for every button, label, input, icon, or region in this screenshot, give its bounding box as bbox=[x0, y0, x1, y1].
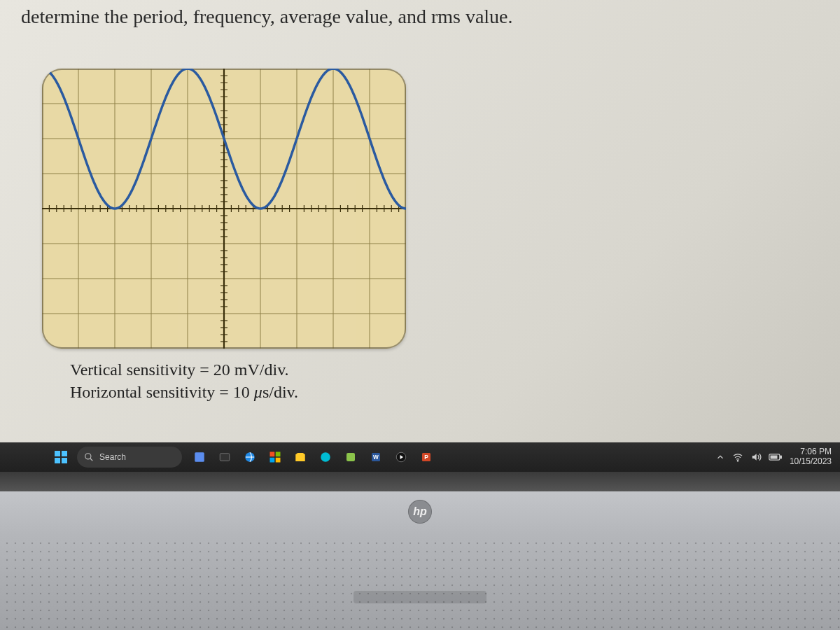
svg-text:P: P bbox=[424, 454, 428, 461]
keyboard-surface bbox=[0, 536, 840, 630]
svg-text:W: W bbox=[373, 454, 379, 461]
windows-taskbar: Search W P 7:06 PM 10/15/2023 bbox=[0, 442, 840, 472]
svg-rect-113 bbox=[770, 456, 777, 459]
svg-line-93 bbox=[90, 458, 93, 461]
svg-rect-102 bbox=[346, 453, 355, 461]
taskbar-app-5[interactable] bbox=[290, 447, 311, 468]
laptop-body: hp bbox=[0, 472, 840, 630]
taskbar-clock[interactable]: 7:06 PM 10/15/2023 bbox=[790, 447, 832, 467]
start-button[interactable] bbox=[49, 445, 73, 469]
search-placeholder: Search bbox=[99, 452, 126, 462]
taskbar-app-3[interactable] bbox=[239, 447, 260, 468]
battery-icon[interactable] bbox=[769, 453, 783, 461]
svg-rect-95 bbox=[220, 454, 230, 461]
chevron-up-icon[interactable] bbox=[715, 452, 725, 462]
svg-rect-94 bbox=[195, 452, 204, 462]
svg-point-92 bbox=[85, 454, 91, 459]
scope-caption: Vertical sensitivity = 20 mV/div. Horizo… bbox=[70, 358, 406, 404]
search-icon bbox=[84, 452, 94, 462]
taskbar-app-2[interactable] bbox=[214, 447, 235, 468]
svg-marker-110 bbox=[752, 454, 757, 460]
svg-point-101 bbox=[321, 452, 330, 462]
taskbar-app-8[interactable]: W bbox=[365, 447, 386, 468]
taskbar-app-10[interactable]: P bbox=[416, 447, 437, 468]
svg-rect-100 bbox=[276, 458, 281, 463]
taskbar-app-6[interactable] bbox=[315, 447, 336, 468]
volume-icon[interactable] bbox=[750, 451, 762, 463]
question-text: determine the period, frequency, average… bbox=[21, 6, 513, 28]
oscilloscope-screen bbox=[42, 69, 406, 349]
system-tray[interactable]: 7:06 PM 10/15/2023 bbox=[715, 447, 840, 467]
vertical-sens-value: = 20 mV/div. bbox=[200, 360, 288, 379]
oscilloscope-figure: Vertical sensitivity = 20 mV/div. Horizo… bbox=[42, 69, 406, 404]
vertical-sens-label: Vertical sensitivity bbox=[70, 360, 195, 379]
spacebar bbox=[354, 591, 486, 603]
taskbar-app-4[interactable] bbox=[265, 447, 286, 468]
taskbar-search[interactable]: Search bbox=[77, 447, 182, 468]
horizontal-sens-value-prefix: = 10 bbox=[219, 383, 254, 401]
taskbar-app-9[interactable] bbox=[391, 447, 412, 468]
taskbar-pinned-apps: W P bbox=[189, 447, 437, 468]
taskbar-app-7[interactable] bbox=[340, 447, 361, 468]
taskbar-app-1[interactable] bbox=[189, 447, 210, 468]
mu-symbol: μ bbox=[254, 383, 262, 401]
hp-logo: hp bbox=[408, 500, 432, 524]
horizontal-sens-label: Horizontal sensitivity bbox=[70, 383, 215, 401]
svg-rect-112 bbox=[780, 456, 782, 458]
oscilloscope-svg bbox=[42, 69, 406, 349]
clock-time: 7:06 PM bbox=[790, 447, 832, 457]
svg-rect-97 bbox=[270, 452, 275, 457]
windows-icon bbox=[55, 451, 67, 463]
svg-rect-98 bbox=[276, 452, 281, 457]
horizontal-sens-value-suffix: s/div. bbox=[262, 383, 298, 401]
document-area: determine the period, frequency, average… bbox=[0, 0, 840, 442]
wifi-icon[interactable] bbox=[732, 451, 743, 463]
clock-date: 10/15/2023 bbox=[790, 457, 832, 467]
svg-point-109 bbox=[737, 461, 738, 461]
svg-rect-99 bbox=[270, 458, 275, 463]
